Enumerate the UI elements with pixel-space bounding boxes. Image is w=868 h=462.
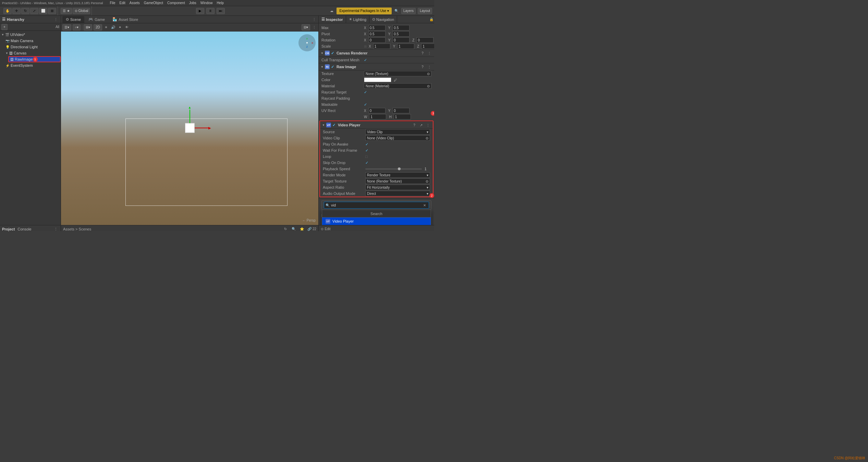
- br-edit-btn[interactable]: Edit: [325, 226, 330, 232]
- scene-draw-mode[interactable]: ☰▾: [62, 24, 71, 30]
- max-x-input[interactable]: [368, 25, 386, 30]
- lock-btn[interactable]: 🔍: [291, 226, 296, 232]
- scene-light-toggle[interactable]: ☀: [103, 25, 109, 30]
- console-tab[interactable]: Console: [17, 227, 31, 231]
- canvas-renderer-section[interactable]: ▼ CR ✓ Canvas Renderer ? ⋮: [319, 49, 434, 57]
- hier-eventsystem[interactable]: ⚡ EventSystem: [4, 62, 61, 68]
- source-dropdown[interactable]: Video Clip ▾: [365, 129, 430, 135]
- menu-assets[interactable]: Assets: [130, 1, 140, 5]
- refresh-btn[interactable]: ↻: [283, 226, 288, 232]
- video-clip-dropdown[interactable]: None (Video Clip) ⊙: [365, 135, 430, 141]
- color-swatch[interactable]: [364, 77, 391, 82]
- scene-more-btn[interactable]: ⋮: [311, 17, 317, 22]
- vp-menu[interactable]: ⋮: [425, 122, 431, 128]
- color-eyedropper[interactable]: 🖊: [393, 77, 398, 83]
- max-y-input[interactable]: [392, 25, 409, 30]
- menu-window[interactable]: Window: [200, 1, 213, 5]
- video-player-section[interactable]: ▼ VP ✓ Video Player ? ↗ ⋮: [320, 121, 433, 129]
- scale-x-input[interactable]: [373, 43, 390, 49]
- step-button[interactable]: ⏭: [217, 8, 225, 14]
- menu-file[interactable]: File: [110, 1, 115, 5]
- rot-z-input[interactable]: [416, 37, 433, 43]
- pivot-y-input[interactable]: [392, 31, 409, 37]
- menu-gameobject[interactable]: GameObject: [144, 1, 163, 5]
- lighting-tab[interactable]: ☀ Lighting: [346, 16, 370, 23]
- comp-search-input[interactable]: [331, 203, 420, 207]
- uv-y-input[interactable]: [392, 108, 409, 113]
- menu-edit[interactable]: Edit: [120, 1, 125, 5]
- uv-w-input[interactable]: [369, 114, 386, 120]
- vp-title: Video Player: [338, 123, 360, 127]
- layout-button[interactable]: Layout: [418, 8, 432, 14]
- scene-2d[interactable]: 2D: [94, 24, 102, 30]
- navigation-tab-label: Navigation: [376, 17, 394, 22]
- hierarchy-menu-btn[interactable]: ⋮: [53, 17, 59, 22]
- scene-view[interactable]: Y X Z ← Persp: [61, 32, 318, 225]
- canvas-renderer-info[interactable]: ?: [420, 50, 425, 56]
- favorites-star[interactable]: ⭐: [299, 226, 305, 232]
- scene-grid-toggle[interactable]: ⊟▾: [302, 24, 310, 30]
- scene-audio-toggle[interactable]: 🔊: [110, 25, 116, 30]
- inspector-tab[interactable]: ☰ Inspector: [319, 16, 346, 23]
- uv-x-input[interactable]: [368, 108, 386, 113]
- video-player-option[interactable]: VP Video Player: [322, 217, 431, 225]
- hier-rawimage[interactable]: 🖼 RawImage 1: [8, 56, 61, 62]
- scene-object: [185, 123, 195, 133]
- pivot-x-input[interactable]: [368, 31, 386, 37]
- hand-tool[interactable]: ✋: [3, 8, 12, 14]
- play-on-awake-check: ✓: [365, 142, 368, 147]
- raw-image-menu[interactable]: ⋮: [427, 64, 432, 70]
- raw-image-section[interactable]: ▼ RI ✓ Raw Image ? ⋮: [319, 63, 434, 71]
- hier-canvas[interactable]: ▼ 🖼 Canvas: [4, 50, 61, 56]
- comp-search-clear[interactable]: ✕: [422, 202, 427, 208]
- play-button[interactable]: ▶: [196, 8, 204, 14]
- navigation-tab[interactable]: ⊙ Navigation: [369, 16, 397, 23]
- playback-speed-slider[interactable]: [365, 168, 422, 170]
- pause-button[interactable]: ⏸: [206, 8, 215, 14]
- canvas-renderer-menu[interactable]: ⋮: [427, 50, 432, 56]
- raw-image-info[interactable]: ?: [420, 64, 425, 70]
- material-dropdown[interactable]: None (Material) ⊙: [364, 83, 431, 89]
- rot-y-input[interactable]: [392, 37, 409, 43]
- scale-z-input[interactable]: [421, 43, 434, 49]
- project-tab[interactable]: Project: [2, 227, 15, 231]
- menu-help[interactable]: Help: [217, 1, 224, 5]
- menu-jobs[interactable]: Jobs: [189, 1, 196, 5]
- vp-info[interactable]: ?: [412, 122, 417, 128]
- game-tab[interactable]: 🎮 Game: [85, 16, 108, 23]
- inspector-lock[interactable]: 🔒: [429, 17, 434, 22]
- aspect-ratio-dropdown[interactable]: Fit Horizontally ▾: [365, 185, 430, 190]
- render-mode-dropdown[interactable]: Render Texture ▾: [365, 172, 430, 178]
- target-texture-dropdown[interactable]: None (Render Texture) ⊙: [365, 178, 430, 184]
- bottom-panel-menu[interactable]: ⋮: [53, 226, 59, 232]
- pivot-btn[interactable]: ☰ ★: [61, 8, 72, 14]
- rect-tool[interactable]: ⬜: [39, 8, 47, 14]
- scene-hidden-toggle[interactable]: 👁: [124, 25, 130, 30]
- texture-dropdown[interactable]: None (Texture) ⊙: [364, 71, 431, 76]
- scene-tab[interactable]: ⊙ Scene: [62, 16, 84, 23]
- scene-render-mode[interactable]: ○▾: [73, 24, 81, 30]
- cloud-btn[interactable]: ☁: [329, 8, 334, 14]
- uv-h-input[interactable]: [394, 114, 411, 120]
- transform-tool[interactable]: ⊞: [48, 8, 56, 14]
- move-tool[interactable]: ✛: [12, 8, 21, 14]
- search-btn[interactable]: 🔍: [394, 8, 399, 14]
- hier-main-camera[interactable]: 📷 Main Camera: [4, 38, 61, 44]
- vp-arrow[interactable]: ↗: [418, 122, 424, 128]
- menu-component[interactable]: Component: [167, 1, 185, 5]
- scale-y-input[interactable]: [397, 43, 414, 49]
- hier-dir-light[interactable]: 💡 Directional Light: [4, 44, 61, 50]
- hierarchy-add-btn[interactable]: +: [1, 24, 8, 30]
- scene-more-btn2[interactable]: ⋮: [311, 25, 317, 30]
- exp-pkg-button[interactable]: Experimental Packages In Use ▾: [337, 8, 392, 14]
- audio-output-dropdown[interactable]: Direct ▾: [365, 191, 430, 196]
- hier-uivideo[interactable]: ▼ 🎬 UIVideo*: [0, 32, 61, 38]
- scale-tool[interactable]: ⤢: [30, 8, 38, 14]
- asset-store-tab[interactable]: 🏪 Asset Store: [109, 16, 142, 23]
- rot-x-input[interactable]: [368, 37, 386, 43]
- scene-fx-toggle[interactable]: ✦: [117, 25, 123, 30]
- layers-button[interactable]: Layers: [401, 8, 416, 14]
- rotate-tool[interactable]: ↻: [21, 8, 29, 14]
- global-btn[interactable]: ⊙ Global: [73, 8, 90, 14]
- scene-gizmos[interactable]: ⊞▾: [84, 24, 92, 30]
